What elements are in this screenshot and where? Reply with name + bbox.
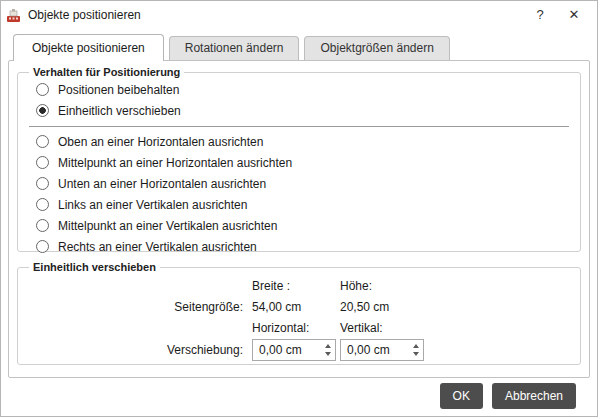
radio-input[interactable] [36,156,49,169]
width-column-header: Breite : [252,275,340,296]
radio-label: Einheitlich verschieben [58,104,181,118]
tab-objekte-positionieren[interactable]: Objekte positionieren [13,34,164,61]
page-height-value: 20,50 cm [340,296,450,317]
radio-label: Positionen beibehalten [58,83,179,97]
radio-label: Mittelpunkt an einer Horizontalen ausric… [58,156,292,170]
tab-panel: Verhalten für Positionierung Positionen … [8,60,590,378]
radio-label: Unten an einer Horizontalen ausrichten [58,177,266,191]
radio-input[interactable] [36,198,49,211]
dialog-footer: OK Abbrechen [440,383,576,409]
title-bar: Objekte positionieren ? ✕ [1,1,597,29]
page-size-label: Seitengröße: [28,296,252,317]
spin-down-icon[interactable] [413,352,419,356]
radio-unten-horizontale[interactable]: Unten an einer Horizontalen ausrichten [28,173,570,194]
group-separator [29,126,569,127]
tab-rotationen-aendern[interactable]: Rotationen ändern [169,36,300,60]
close-button[interactable]: ✕ [557,1,591,29]
spinner-arrows[interactable] [408,340,423,360]
horizontal-shift-spinner[interactable]: 0,00 cm [252,339,336,361]
group-einheitlich-verschieben: Einheitlich verschieben Breite : Höhe: S… [17,261,581,365]
radio-links-vertikale[interactable]: Links an einer Vertikalen ausrichten [28,194,570,215]
dialog-objekte-positionieren: Objekte positionieren ? ✕ Objekte positi… [0,0,598,417]
radio-einheitlich-verschieben[interactable]: Einheitlich verschieben [28,100,570,121]
page-width-value: 54,00 cm [252,296,340,317]
radio-input[interactable] [36,177,49,190]
group-title: Einheitlich verschieben [29,261,160,273]
window-title: Objekte positionieren [28,8,141,22]
radio-input[interactable] [36,83,49,96]
radio-positionen-beibehalten[interactable]: Positionen beibehalten [28,79,570,100]
vertical-shift-spinner[interactable]: 0,00 cm [340,339,424,361]
horizontal-column-header: Horizontal: [252,317,340,338]
radio-label: Mittelpunkt an einer Vertikalen ausricht… [58,219,277,233]
radio-label: Links an einer Vertikalen ausrichten [58,198,247,212]
spinner-arrows[interactable] [320,340,335,360]
group-title: Verhalten für Positionierung [29,66,184,78]
height-column-header: Höhe: [340,275,450,296]
help-button[interactable]: ? [523,1,557,29]
radio-input[interactable] [36,104,49,117]
radio-oben-horizontale[interactable]: Oben an einer Horizontalen ausrichten [28,131,570,152]
radio-input[interactable] [36,135,49,148]
vertical-column-header: Vertikal: [340,317,450,338]
spin-up-icon[interactable] [413,344,419,348]
shift-grid: Breite : Höhe: Seitengröße: 54,00 cm 20,… [28,275,570,362]
radio-mittelpunkt-horizontale[interactable]: Mittelpunkt an einer Horizontalen ausric… [28,152,570,173]
tab-objektgroessen-aendern[interactable]: Objektgrößen ändern [304,36,449,60]
spin-up-icon[interactable] [325,344,331,348]
horizontal-shift-value[interactable]: 0,00 cm [253,340,320,360]
radio-label: Oben an einer Horizontalen ausrichten [58,135,263,149]
app-icon [6,8,21,23]
radio-label: Rechts an einer Vertikalen ausrichten [58,240,257,254]
shift-label: Verschiebung: [28,338,252,362]
ok-button[interactable]: OK [440,383,483,409]
group-verhalten-positionierung: Verhalten für Positionierung Positionen … [17,66,581,252]
cancel-button[interactable]: Abbrechen [492,383,576,409]
radio-input[interactable] [36,240,49,253]
radio-rechts-vertikale[interactable]: Rechts an einer Vertikalen ausrichten [28,236,570,257]
vertical-shift-value[interactable]: 0,00 cm [341,340,408,360]
radio-input[interactable] [36,219,49,232]
radio-mittelpunkt-vertikale[interactable]: Mittelpunkt an einer Vertikalen ausricht… [28,215,570,236]
tab-strip: Objekte positionieren Rotationen ändern … [13,33,597,60]
spin-down-icon[interactable] [325,352,331,356]
